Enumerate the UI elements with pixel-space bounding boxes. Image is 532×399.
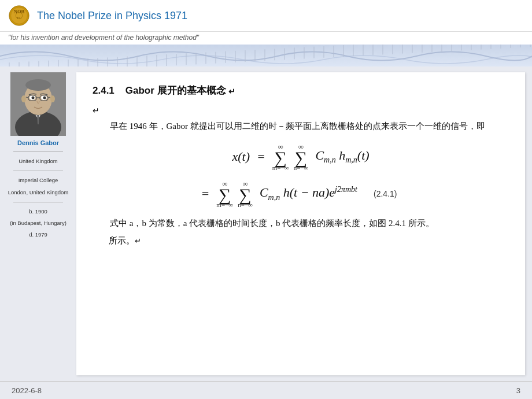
footer-page: 3: [516, 386, 520, 395]
svg-point-15: [32, 97, 35, 99]
formula-1-lhs: x(t): [232, 149, 250, 164]
formula-1-body: Cm,n hm,n(t): [315, 148, 369, 165]
person-portrait: [10, 72, 66, 136]
header-title: The Nobel Prize in Physics 1971: [37, 10, 187, 22]
paragraph-2-cont: 所示。↵: [93, 235, 509, 246]
person-name: Dennis Gabor: [17, 139, 59, 146]
sigma-3-sub: m=−∞: [216, 201, 233, 208]
formula-2: = ∞ ∑ m=−∞ ∞ ∑ n=−∞ Cm,n h(t − na)ej2πmb…: [93, 179, 509, 208]
svg-text:NOB: NOB: [14, 9, 25, 14]
formula-2-display: = ∞ ∑ m=−∞ ∞ ∑ n=−∞ Cm,n h(t − na)ej2πmb…: [93, 179, 509, 208]
header: NOB EL The Nobel Prize in Physics 1971: [0, 0, 532, 32]
footer: 2022-6-8 3: [0, 381, 532, 399]
header-subtitle: "for his invention and development of th…: [0, 32, 532, 45]
svg-point-10: [21, 95, 26, 102]
footer-date: 2022-6-8: [12, 386, 42, 395]
paragraph-2: 式中 a，b 为常数，a 代表栅格的时间长度，b 代表栅格的频率长度，如图 2.…: [93, 216, 509, 231]
person-institution-2: London, United Kingdom: [8, 189, 69, 197]
equation-number: (2.4.1): [374, 189, 397, 198]
formula-1: x(t) = ∞ ∑ m=−∞ ∞ ∑ n=−∞ Cm,n hm,n(t): [93, 142, 509, 171]
sidebar-divider-2: [13, 171, 63, 171]
formula-1-display: x(t) = ∞ ∑ m=−∞ ∞ ∑ n=−∞ Cm,n hm,n(t): [93, 142, 509, 171]
nobel-medal-icon: NOB EL: [8, 5, 30, 27]
sigma-2-sub: n=−∞: [294, 164, 309, 171]
person-death: d. 1979: [29, 231, 47, 239]
person-birth-place: (in Budapest, Hungary): [10, 219, 66, 227]
person-birth: b. 1900: [29, 208, 47, 216]
main-content: Dennis Gabor United Kingdom Imperial Col…: [0, 66, 532, 381]
section-title: 2.4.1 Gabor 展开的基本概念 ↵: [93, 84, 509, 97]
svg-point-12: [25, 79, 51, 91]
sigma-4-block: ∞ ∑ n=−∞: [238, 179, 253, 208]
section-title-text: Gabor 展开的基本概念: [125, 85, 226, 96]
decorative-wave-strip: [0, 45, 532, 66]
person-institution-1: Imperial College: [19, 176, 58, 184]
svg-point-16: [43, 97, 46, 99]
sigma-1-sub: m=−∞: [272, 164, 289, 171]
svg-point-11: [50, 95, 55, 102]
paragraph-1: 早在 1946 年，Gabor 就提出可以用二维的时－频平面上离散栅格处的点来表…: [93, 119, 509, 134]
sidebar-divider-3: [13, 202, 63, 202]
document-panel: 2.4.1 Gabor 展开的基本概念 ↵ ↵ 早在 1946 年，Gabor …: [76, 72, 525, 375]
sigma-2-block: ∞ ∑ n=−∞: [294, 142, 309, 171]
section-number: 2.4.1: [93, 85, 114, 96]
sigma-4-sub: n=−∞: [238, 201, 253, 208]
subtitle-text: "for his invention and development of th…: [8, 34, 199, 42]
sigma-3-block: ∞ ∑ m=−∞: [216, 179, 233, 208]
formula-2-body: Cm,n h(t − na)ej2πmbt: [260, 185, 357, 202]
person-country: United Kingdom: [19, 157, 58, 165]
sidebar: Dennis Gabor United Kingdom Imperial Col…: [7, 72, 69, 375]
sigma-1-block: ∞ ∑ m=−∞: [272, 142, 289, 171]
sidebar-divider-1: [13, 152, 63, 152]
